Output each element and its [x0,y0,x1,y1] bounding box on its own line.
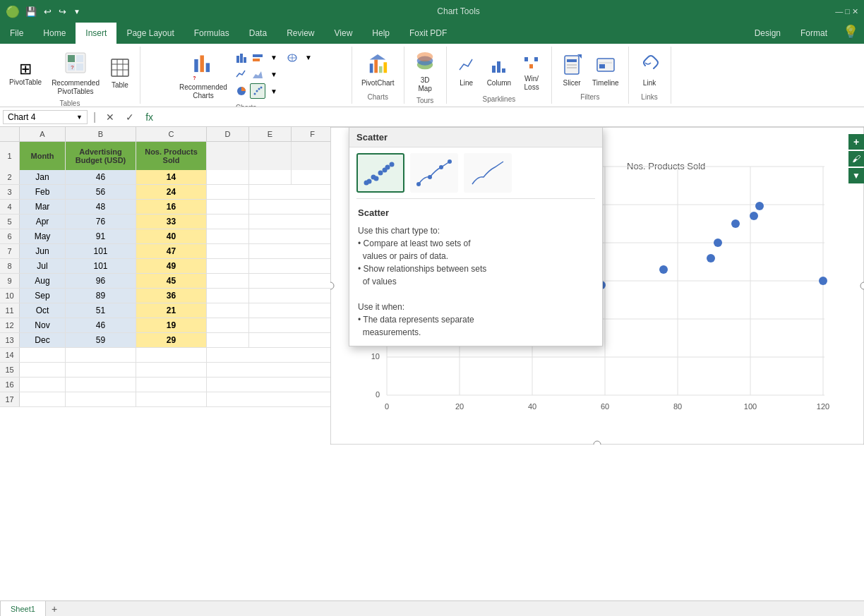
cell-c3[interactable]: 24 [136,185,207,199]
winloss-sparkline-button[interactable]: Win/Loss [517,49,546,94]
cell-b12[interactable]: 46 [66,318,136,332]
cell-b13[interactable]: 59 [66,333,136,347]
cell-a13[interactable]: Dec [20,333,66,347]
cell-c17[interactable] [136,392,207,406]
tab-home[interactable]: Home [33,23,76,44]
pie-chart-btn[interactable] [234,83,249,99]
scatter-smooth-lines-markers-icon[interactable] [410,153,458,193]
cell-c14[interactable] [136,348,207,362]
cell-c1[interactable]: Nos. ProductsSold [136,142,207,170]
column-sparkline-button[interactable]: Column [484,54,515,90]
cell-c15[interactable] [136,363,207,377]
cell-b16[interactable] [66,378,136,392]
tab-review[interactable]: Review [277,23,324,44]
column-chart-btn[interactable] [234,49,249,65]
cell-b4[interactable]: 48 [66,200,136,214]
line-more-btn[interactable]: ▼ [266,66,282,82]
formula-input[interactable] [160,111,861,123]
cell-b17[interactable] [66,392,136,406]
tab-help[interactable]: Help [362,23,400,44]
more-btn[interactable]: ▼ [301,49,316,65]
cell-a8[interactable]: Jul [20,259,66,273]
cell-a1[interactable]: Month [20,142,66,170]
area-chart-btn[interactable] [250,66,265,82]
tab-data[interactable]: Data [239,23,277,44]
scatter-smooth-lines-icon[interactable] [464,153,512,193]
cell-c9[interactable]: 45 [136,274,207,288]
recommended-pivot-tables-button[interactable]: ? RecommendedPivotTables [48,49,103,98]
cell-a17[interactable] [20,392,66,406]
cell-b7[interactable]: 101 [66,244,136,258]
tab-file[interactable]: File [0,23,33,44]
col-header-e[interactable]: E [249,127,292,141]
scatter-dropdown[interactable]: Scatter [349,127,603,346]
cell-b2[interactable]: 46 [66,170,136,184]
cell-c8[interactable]: 49 [136,259,207,273]
cell-b10[interactable]: 89 [66,289,136,303]
cell-c4[interactable]: 16 [136,200,207,214]
cell-b9[interactable]: 96 [66,274,136,288]
cell-a4[interactable]: Mar [20,200,66,214]
line-chart-btn[interactable] [234,66,249,82]
tell-me-icon[interactable]: 💡 [837,20,864,44]
cell-a6[interactable]: May [20,229,66,243]
scatter-only-icon[interactable] [356,153,404,193]
window-controls[interactable]: — □ ✕ [835,7,858,16]
name-box[interactable]: Chart 4 ▼ [3,110,88,124]
pivot-table-button[interactable]: ⊞ PivotTable [6,59,45,89]
link-button[interactable]: Link [635,52,664,90]
cell-a15[interactable] [20,363,66,377]
cell-a16[interactable] [20,378,66,392]
cell-a7[interactable]: Jun [20,244,66,258]
redo-icon[interactable]: ↪ [57,5,68,18]
cell-c10[interactable]: 36 [136,289,207,303]
dropdown-icon[interactable]: ▼ [72,6,82,17]
cell-a3[interactable]: Feb [20,185,66,199]
cell-b6[interactable]: 91 [66,229,136,243]
bar-more-btn[interactable]: ▼ [266,49,282,65]
undo-icon[interactable]: ↩ [42,5,53,18]
cell-c16[interactable] [136,378,207,392]
cell-c7[interactable]: 47 [136,244,207,258]
chart-style-btn[interactable]: 🖌 [848,151,864,167]
cell-b11[interactable]: 51 [66,303,136,318]
cell-b14[interactable] [66,348,136,362]
cell-a12[interactable]: Nov [20,318,66,332]
cell-c12[interactable]: 19 [136,318,207,332]
cell-a5[interactable]: Apr [20,215,66,229]
formula-cancel-btn[interactable]: ✕ [102,111,119,123]
cell-c6[interactable]: 40 [136,229,207,243]
chart-filter-btn[interactable]: ▼ [848,168,864,183]
stacked-bar-btn[interactable] [250,49,265,65]
function-btn[interactable]: fx [141,111,157,123]
col-header-c[interactable]: C [136,127,207,141]
cell-a10[interactable]: Sep [20,289,66,303]
save-icon[interactable]: 💾 [24,5,38,18]
table-button[interactable]: Table [106,56,134,92]
pivotchart-button[interactable]: PivotChart [358,52,398,90]
cell-c13[interactable]: 29 [136,333,207,347]
scatter-chart-btn[interactable] [250,83,265,99]
3dmap-button[interactable]: 3DMap [411,49,439,95]
cell-b1[interactable]: AdvertisingBudget (USD) [66,142,136,170]
cell-a11[interactable]: Oct [20,303,66,318]
cell-b8[interactable]: 101 [66,259,136,273]
col-header-d[interactable]: D [207,127,249,141]
line-sparkline-button[interactable]: Line [452,54,481,90]
slicer-button[interactable]: Slicer [558,52,586,90]
cell-b3[interactable]: 56 [66,185,136,199]
recommended-charts-button[interactable]: ? RecommendedCharts [176,49,231,102]
sheet-tab-sheet1[interactable]: Sheet1 [0,601,46,616]
cell-c2[interactable]: 14 [136,170,207,184]
chart-add-element-btn[interactable]: + [848,134,864,150]
formula-confirm-btn[interactable]: ✓ [121,111,138,123]
col-header-f[interactable]: F [292,127,334,141]
tab-foxit-pdf[interactable]: Foxit PDF [400,23,457,44]
col-header-b[interactable]: B [66,127,136,141]
tab-design[interactable]: Design [745,23,791,44]
tab-formulas[interactable]: Formulas [184,23,239,44]
cell-a9[interactable]: Aug [20,274,66,288]
cell-a2[interactable]: Jan [20,170,66,184]
cell-a14[interactable] [20,348,66,362]
name-box-dropdown[interactable]: ▼ [76,114,83,121]
